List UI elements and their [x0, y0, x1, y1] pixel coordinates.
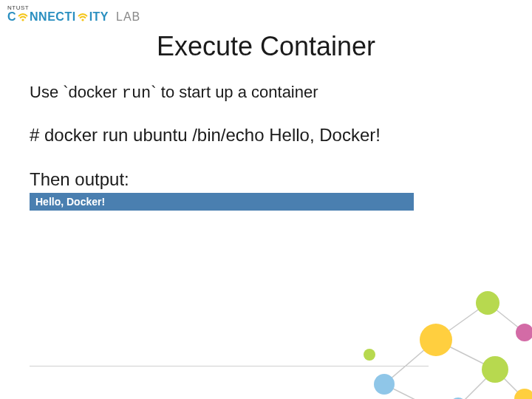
svg-point-1: [81, 18, 83, 21]
slide-title: Execute Container: [0, 31, 532, 62]
logo-end: ITY: [89, 10, 109, 24]
svg-point-9: [476, 291, 499, 315]
use-prefix: Use `docker: [30, 83, 122, 101]
svg-point-17: [364, 349, 375, 361]
connectivity-logo: C NNECTI ITY: [7, 10, 109, 24]
use-suffix: ` to start up a container: [151, 83, 318, 101]
svg-point-12: [374, 374, 395, 395]
use-line: Use `docker run` to start up a container: [30, 83, 502, 103]
lab-label: LAB: [116, 10, 140, 24]
then-output-label: Then output:: [30, 169, 502, 190]
command-line: # docker run ubuntu /bin/echo Hello, Doc…: [30, 125, 502, 146]
svg-point-10: [420, 324, 452, 356]
run-code: run: [122, 84, 151, 103]
ntust-label: NTUST: [7, 4, 29, 11]
wifi-icon-2: [77, 12, 89, 22]
logo-mid: NNECTI: [30, 10, 76, 24]
slide-body: Use `docker run` to start up a container…: [0, 62, 532, 211]
logo-c: C: [7, 10, 16, 24]
output-box: Hello, Docker!: [30, 193, 414, 211]
header-logo: NTUST C NNECTI ITY LAB: [7, 6, 140, 24]
wifi-icon: [17, 12, 29, 22]
network-decoration: [340, 259, 532, 399]
svg-point-0: [21, 18, 24, 21]
svg-point-11: [516, 324, 532, 341]
svg-point-16: [514, 389, 532, 399]
svg-point-13: [482, 356, 508, 383]
